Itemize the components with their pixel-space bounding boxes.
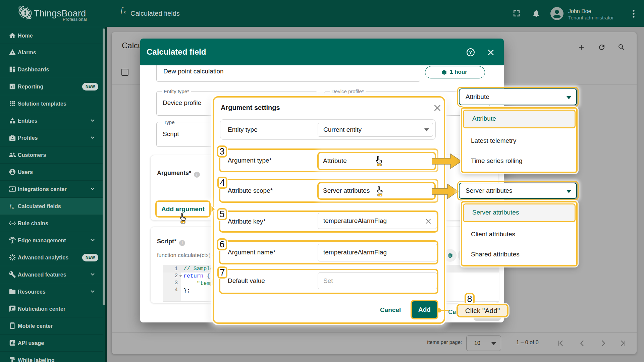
svg-text:f: f (10, 203, 12, 209)
svg-text:x: x (124, 9, 126, 14)
svg-text:?: ? (469, 50, 472, 55)
svg-text:x: x (12, 205, 14, 209)
